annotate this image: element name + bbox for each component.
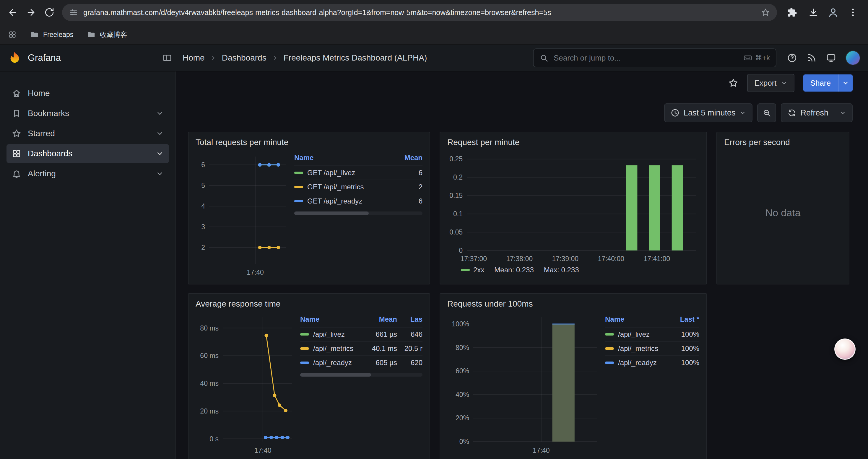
help-icon[interactable] (787, 53, 797, 63)
extensions-button[interactable] (783, 4, 801, 21)
column-header[interactable]: Name (300, 315, 353, 323)
reload-button[interactable] (41, 4, 58, 21)
legend-series[interactable]: 2xx (461, 266, 484, 274)
svg-text:20%: 20% (456, 414, 469, 422)
horizontal-scrollbar[interactable] (294, 211, 423, 215)
series-name[interactable]: GET /api/_readyz (294, 197, 394, 205)
browser-menu-button[interactable] (844, 4, 862, 21)
apps-grid-icon[interactable] (8, 30, 17, 39)
downloads-button[interactable] (805, 4, 822, 21)
site-info-icon[interactable] (69, 8, 78, 17)
horizontal-scrollbar[interactable] (300, 373, 423, 376)
series-name[interactable]: /api/_livez (605, 330, 664, 338)
sidebar-item-starred[interactable]: Starred (6, 124, 169, 143)
column-header[interactable]: Last * (664, 315, 699, 323)
address-bar[interactable]: grafana.mathmast.com/d/deytv4rwavabkb/fr… (62, 4, 777, 21)
chevron-down-icon[interactable] (156, 109, 164, 117)
favorite-star-icon[interactable] (728, 78, 738, 88)
time-controls-row: Last 5 minutes Refresh (176, 95, 868, 122)
series-name[interactable]: /api/_readyz (300, 359, 353, 367)
time-range-picker[interactable]: Last 5 minutes (664, 103, 753, 122)
panel-title[interactable]: Requests under 100ms (447, 299, 699, 309)
panel-title[interactable]: Average response time (195, 299, 423, 309)
refresh-button[interactable]: Refresh (781, 103, 852, 122)
panel-title[interactable]: Total requests per minute (195, 138, 423, 147)
series-value: 6 (394, 169, 423, 177)
series-name[interactable]: /api/_livez (300, 330, 353, 338)
column-header[interactable]: Las (397, 315, 423, 323)
series-value: 100% (664, 345, 699, 353)
bookmark-folder-blogs[interactable]: 收藏博客 (87, 30, 127, 39)
browser-profile-avatar[interactable] (826, 5, 840, 20)
series-color-swatch (300, 333, 309, 335)
zoom-out-button[interactable] (757, 103, 776, 122)
sidebar-item-bookmarks[interactable]: Bookmarks (6, 104, 169, 123)
sidebar-item-dashboards[interactable]: Dashboards (6, 144, 169, 163)
search-icon (539, 54, 548, 62)
home-icon (12, 89, 21, 98)
series-value: 100% (664, 359, 699, 367)
chevron-down-icon (842, 79, 849, 87)
series-name[interactable]: GET /api/_metrics (294, 183, 394, 191)
svg-text:0.25: 0.25 (450, 155, 463, 163)
svg-text:17:38:00: 17:38:00 (506, 255, 533, 263)
scrollbar-thumb[interactable] (300, 373, 371, 376)
search-input[interactable] (553, 53, 739, 63)
chevron-down-icon[interactable] (156, 130, 164, 137)
bookmark-folder-freeleaps[interactable]: Freeleaps (30, 30, 73, 39)
chevron-down-icon[interactable] (156, 150, 164, 157)
sidebar-toggle-button[interactable] (162, 53, 172, 63)
sidebar-item-alerting[interactable]: Alerting (6, 164, 169, 183)
news-rss-icon[interactable] (807, 53, 816, 63)
floating-assistant-avatar[interactable] (834, 338, 856, 360)
request-per-minute-chart[interactable]: 00.050.10.150.20.2517:37:0017:38:0017:39… (447, 151, 699, 263)
svg-text:17:39:00: 17:39:00 (552, 255, 579, 263)
chevron-down-icon[interactable] (156, 170, 164, 177)
total-requests-chart[interactable]: 2345617:40 (195, 151, 290, 277)
bookmark-label: Freeleaps (43, 31, 73, 39)
legend-table-row: GET /api/_livez6 (294, 165, 423, 179)
svg-text:2: 2 (201, 244, 205, 251)
chevron-down-icon[interactable] (840, 109, 846, 116)
column-header[interactable]: Mean (353, 315, 397, 323)
forward-button[interactable] (23, 4, 39, 21)
bell-icon (12, 169, 21, 178)
series-name[interactable]: /api/_metrics (300, 345, 353, 353)
series-name[interactable]: /api/_metrics (605, 345, 664, 353)
back-button[interactable] (4, 4, 21, 21)
svg-text:0%: 0% (459, 438, 469, 446)
legend-table-row: /api/_livez100% (605, 327, 699, 341)
grafana-logo[interactable] (8, 51, 21, 65)
series-name[interactable]: GET /api/_livez (294, 169, 394, 177)
monitor-icon[interactable] (826, 53, 836, 63)
search-box[interactable]: ⌘+k (533, 48, 776, 67)
scrollbar-thumb[interactable] (294, 211, 369, 215)
series-value: 20.5 r (397, 345, 423, 353)
bookmark-icon (12, 109, 21, 118)
series-color-swatch (294, 186, 303, 188)
panel-total-requests: Total requests per minute 2345617:40 Nam… (188, 132, 430, 285)
legend-table-row: GET /api/_metrics2 (294, 179, 423, 194)
chevron-down-icon (740, 109, 746, 116)
zoom-out-icon (762, 108, 771, 117)
brand-name[interactable]: Grafana (28, 53, 61, 63)
panel-title[interactable]: Request per minute (447, 138, 699, 147)
svg-text:6: 6 (201, 161, 205, 169)
share-button[interactable]: Share (803, 74, 852, 92)
url-text[interactable]: grafana.mathmast.com/d/deytv4rwavabkb/fr… (83, 8, 756, 17)
panel-title[interactable]: Errors per second (724, 138, 842, 147)
breadcrumb-dashboards[interactable]: Dashboards (222, 53, 267, 63)
breadcrumb-current: Freeleaps Metrics Dashboard (ALPHA) (284, 53, 427, 63)
sidebar-item-home[interactable]: Home (6, 84, 169, 103)
breadcrumb-home[interactable]: Home (183, 53, 205, 63)
series-name[interactable]: /api/_readyz (605, 359, 664, 367)
user-avatar[interactable] (845, 51, 860, 65)
bookmark-star-icon[interactable] (761, 8, 770, 17)
average-response-time-chart[interactable]: 0 s20 ms40 ms60 ms80 ms17:40 (195, 312, 296, 455)
column-header[interactable]: Name (294, 154, 394, 162)
share-dropdown-button[interactable] (838, 74, 852, 92)
column-header[interactable]: Mean (394, 154, 423, 162)
requests-under-100ms-chart[interactable]: 0%20%40%60%80%100%17:40 (447, 312, 601, 455)
export-button[interactable]: Export (747, 74, 794, 92)
column-header[interactable]: Name (605, 315, 664, 323)
